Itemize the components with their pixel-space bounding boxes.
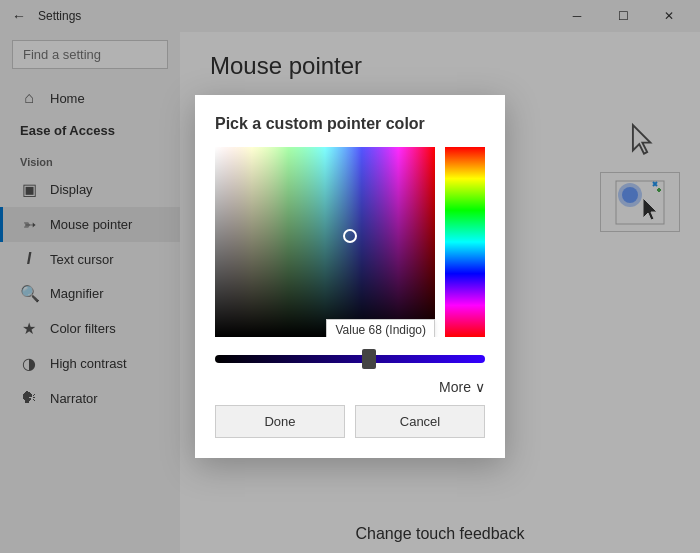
more-row: More ∨ — [215, 379, 485, 395]
color-tooltip: Value 68 (Indigo) — [326, 319, 435, 337]
color-picker-dialog: Pick a custom pointer color Value 68 (In… — [195, 95, 505, 458]
hue-slider-thumb[interactable] — [362, 349, 376, 369]
dialog-title: Pick a custom pointer color — [215, 115, 485, 133]
hue-bar[interactable] — [445, 147, 485, 337]
cancel-button[interactable]: Cancel — [355, 405, 485, 438]
more-button[interactable]: More ∨ — [439, 379, 485, 395]
brightness-gradient — [215, 147, 435, 337]
more-label: More — [439, 379, 471, 395]
dialog-buttons: Done Cancel — [215, 405, 485, 438]
chevron-down-icon: ∨ — [475, 379, 485, 395]
dialog-overlay: Pick a custom pointer color Value 68 (In… — [0, 0, 700, 553]
hue-slider-track — [215, 355, 485, 363]
color-picker-area[interactable]: Value 68 (Indigo) — [215, 147, 485, 337]
hue-slider-container[interactable] — [215, 347, 485, 371]
done-button[interactable]: Done — [215, 405, 345, 438]
